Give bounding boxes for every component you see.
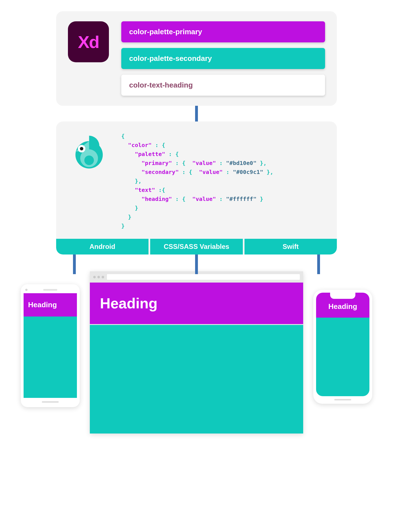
swatch-primary: color-palette-primary	[121, 21, 325, 42]
design-source-panel: Xd color-palette-primary color-palette-s…	[56, 11, 337, 106]
platform-css: CSS/SASS Variables	[150, 239, 243, 254]
swatch-list: color-palette-primary color-palette-seco…	[121, 21, 325, 96]
diagram-root: Xd color-palette-primary color-palette-s…	[8, 11, 385, 434]
svg-point-2	[84, 155, 94, 165]
window-controls-icon	[93, 276, 104, 278]
connector-triple	[56, 254, 337, 274]
android-statusbar	[24, 288, 77, 293]
swatch-secondary: color-palette-secondary	[121, 48, 325, 69]
platform-swift: Swift	[245, 239, 337, 254]
android-heading: Heading	[24, 293, 77, 317]
token-transform-panel: { "color" : { "palette" : { "primary" : …	[56, 121, 337, 254]
browser-heading: Heading	[90, 283, 303, 324]
android-body	[24, 317, 77, 398]
connector-right	[317, 254, 320, 274]
iphone-screen: Heading	[316, 293, 369, 396]
android-device: Heading	[21, 284, 80, 407]
connector-top	[195, 106, 198, 121]
connector-center	[195, 254, 198, 274]
adobe-xd-label: Xd	[78, 32, 99, 52]
android-speaker-icon	[43, 289, 57, 291]
iphone-device: Heading	[313, 290, 372, 404]
connector-left	[73, 254, 76, 274]
iphone-notch-icon	[330, 293, 355, 299]
platform-android: Android	[56, 239, 148, 254]
address-bar	[107, 274, 300, 280]
platform-outputs: Android CSS/SASS Variables Swift	[56, 239, 337, 254]
android-camera-icon	[25, 289, 28, 291]
android-screen: Heading	[24, 293, 77, 398]
swatch-heading: color-text-heading	[121, 75, 325, 96]
adobe-xd-icon: Xd	[68, 21, 109, 62]
iphone-body	[316, 318, 369, 396]
browser-body	[90, 324, 303, 434]
svg-point-4	[80, 147, 83, 150]
iphone-homebar-icon	[334, 399, 351, 400]
android-homebar-icon	[42, 401, 59, 403]
browser-window: Heading	[90, 271, 303, 434]
chameleon-icon	[68, 132, 109, 173]
token-json-code: { "color" : { "palette" : { "primary" : …	[121, 132, 273, 230]
device-previews: Heading Heading Heading	[8, 271, 385, 434]
